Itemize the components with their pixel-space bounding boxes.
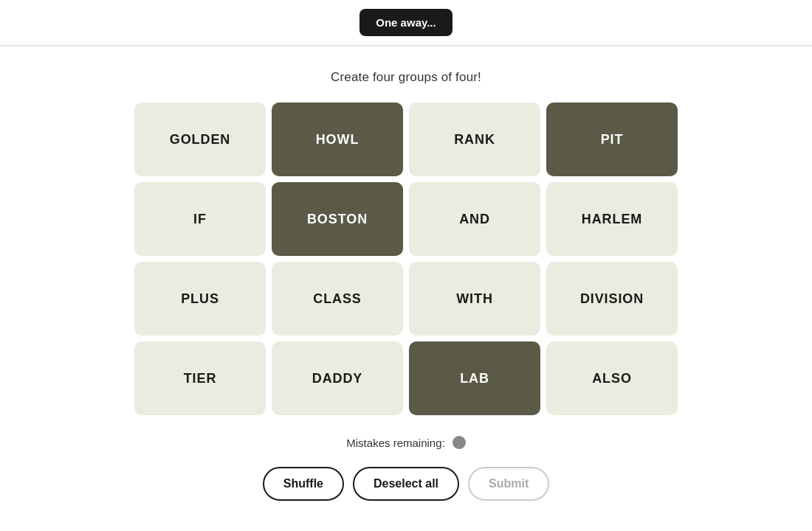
tile-boston[interactable]: BOSTON (272, 182, 403, 256)
tile-howl[interactable]: HOWL (272, 103, 403, 176)
toast-badge: One away... (359, 9, 452, 36)
top-bar: One away... (0, 0, 812, 46)
mistakes-label: Mistakes remaining: (346, 437, 444, 449)
main-content: Create four groups of four! GOLDENHOWLRA… (0, 46, 812, 516)
shuffle-button[interactable]: Shuffle (263, 467, 344, 501)
tile-harlem[interactable]: HARLEM (546, 182, 678, 256)
mistake-dot-1 (453, 436, 466, 449)
tile-with[interactable]: WITH (409, 262, 540, 336)
mistakes-row: Mistakes remaining: (346, 436, 465, 449)
tile-also[interactable]: ALSO (546, 341, 678, 415)
tile-lab[interactable]: LAB (409, 341, 540, 415)
tile-golden[interactable]: GOLDEN (134, 103, 266, 176)
submit-button: Submit (468, 467, 549, 501)
instruction-text: Create four groups of four! (331, 70, 481, 85)
tile-daddy[interactable]: DADDY (272, 341, 403, 415)
tile-and[interactable]: AND (409, 182, 540, 256)
tile-grid: GOLDENHOWLRANKPITIFBOSTONANDHARLEMPLUSCL… (134, 103, 678, 415)
tile-rank[interactable]: RANK (409, 103, 540, 176)
tile-tier[interactable]: TIER (134, 341, 266, 415)
action-buttons: Shuffle Deselect all Submit (263, 467, 550, 501)
tile-pit[interactable]: PIT (546, 103, 678, 176)
tile-plus[interactable]: PLUS (134, 262, 266, 336)
tile-class[interactable]: CLASS (272, 262, 403, 336)
tile-division[interactable]: DIVISION (546, 262, 678, 336)
deselect-all-button[interactable]: Deselect all (353, 467, 459, 501)
tile-if[interactable]: IF (134, 182, 266, 256)
